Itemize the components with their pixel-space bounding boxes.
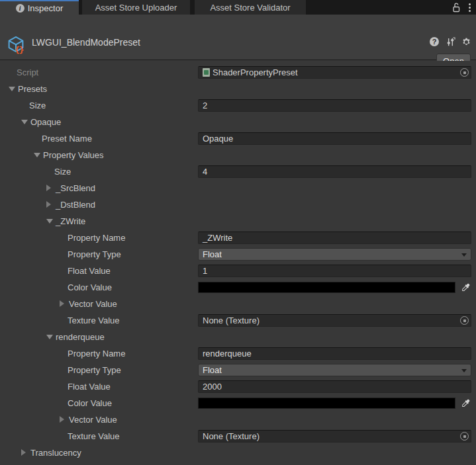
row-vector-value: Vector Value bbox=[0, 296, 476, 312]
foldout-open-icon[interactable] bbox=[9, 87, 15, 91]
object-picker-icon[interactable] bbox=[460, 432, 469, 441]
row-dstblend: _DstBlend bbox=[0, 196, 476, 213]
object-picker-icon[interactable] bbox=[460, 316, 469, 325]
tab-bar: iInspectorAsset Store UploaderAsset Stor… bbox=[0, 0, 476, 15]
field-zone: Float bbox=[198, 364, 471, 376]
foldout-presets[interactable]: Presets bbox=[18, 81, 47, 97]
row-translucency: Translucency bbox=[0, 444, 476, 461]
dropdown-property-type[interactable]: Float bbox=[198, 364, 471, 376]
foldout-opaque[interactable]: Opaque bbox=[30, 114, 61, 130]
color-swatch[interactable] bbox=[198, 282, 455, 293]
chevron-down-icon bbox=[461, 369, 467, 372]
color-swatch[interactable] bbox=[198, 398, 455, 409]
field-zone bbox=[198, 397, 471, 409]
presets-icon[interactable] bbox=[445, 36, 455, 47]
foldout-closed-icon[interactable] bbox=[21, 449, 26, 456]
tab-inspector[interactable]: iInspector bbox=[0, 0, 79, 15]
label-property-name: Property Name bbox=[68, 345, 125, 362]
label-float-value: Float Value bbox=[68, 263, 111, 279]
object-field-script[interactable]: ShaderPropertyPreset bbox=[198, 66, 471, 79]
eyedropper-icon[interactable] bbox=[459, 282, 471, 293]
row-size: Size2 bbox=[0, 97, 476, 114]
field-zone bbox=[198, 281, 471, 294]
label-property-type: Property Type bbox=[68, 246, 121, 263]
row-srcblend: _SrcBlend bbox=[0, 180, 476, 196]
object-field-value: ShaderPropertyPreset bbox=[203, 67, 298, 78]
row-presets: Presets bbox=[0, 81, 476, 97]
object-field-texture-value[interactable]: None (Texture) bbox=[198, 314, 471, 327]
header-toolbar: ? bbox=[429, 36, 471, 47]
dropdown-property-type[interactable]: Float bbox=[198, 248, 471, 261]
eyedropper-icon[interactable] bbox=[459, 398, 471, 409]
input-property-name[interactable]: _ZWrite bbox=[198, 232, 471, 244]
label-script: Script bbox=[17, 64, 38, 81]
input-property-name[interactable]: renderqueue bbox=[198, 347, 471, 360]
chevron-down-icon bbox=[461, 253, 467, 257]
field-zone: 1 bbox=[198, 265, 471, 277]
braces-glyph: {} bbox=[15, 45, 24, 55]
tab-label: Asset Store Validator bbox=[210, 3, 290, 13]
input-size[interactable]: 4 bbox=[198, 165, 471, 178]
tab-bar-controls bbox=[452, 0, 472, 15]
foldout-open-icon[interactable] bbox=[34, 153, 40, 157]
settings-gear-icon[interactable] bbox=[461, 36, 471, 47]
input-float-value[interactable]: 1 bbox=[198, 265, 471, 277]
object-field-value: None (Texture) bbox=[203, 431, 260, 442]
row-texture-value: Texture ValueNone (Texture) bbox=[0, 312, 476, 329]
foldout-closed-icon[interactable] bbox=[46, 185, 51, 191]
row-script: ScriptShaderPropertyPreset bbox=[0, 64, 476, 81]
field-zone: Opaque bbox=[198, 132, 471, 145]
tab-asset-store-uploader[interactable]: Asset Store Uploader bbox=[82, 0, 190, 15]
object-picker-icon[interactable] bbox=[460, 68, 469, 77]
tab-asset-store-validator[interactable]: Asset Store Validator bbox=[195, 0, 306, 15]
field-zone: Float bbox=[198, 248, 471, 261]
foldout-vector-value[interactable]: Vector Value bbox=[69, 296, 117, 312]
row-color-value: Color Value bbox=[0, 395, 476, 411]
label-property-type: Property Type bbox=[68, 362, 121, 378]
tab-label: Inspector bbox=[28, 3, 63, 13]
row-zwrite: _ZWrite bbox=[0, 213, 476, 230]
foldout-srcblend[interactable]: _SrcBlend bbox=[56, 180, 95, 196]
field-zone: 4 bbox=[198, 165, 471, 178]
input-size[interactable]: 2 bbox=[198, 99, 471, 112]
kebab-menu-icon[interactable] bbox=[467, 2, 472, 13]
unlock-icon[interactable] bbox=[452, 3, 461, 13]
scriptable-object-cube-icon: {} bbox=[6, 35, 27, 56]
row-renderqueue: renderqueue bbox=[0, 329, 476, 345]
input-preset-name[interactable]: Opaque bbox=[198, 132, 471, 145]
row-property-type: Property TypeFloat bbox=[0, 246, 476, 263]
object-field-texture-value[interactable]: None (Texture) bbox=[198, 430, 471, 443]
help-icon[interactable]: ? bbox=[429, 36, 440, 47]
row-property-name: Property Name_ZWrite bbox=[0, 230, 476, 246]
input-float-value[interactable]: 2000 bbox=[198, 380, 471, 393]
foldout-closed-icon[interactable] bbox=[60, 416, 64, 423]
inspector-body: ScriptShaderPropertyPresetPresetsSize2Op… bbox=[0, 61, 476, 465]
field-zone: _ZWrite bbox=[198, 232, 471, 244]
foldout-property-values[interactable]: Property Values bbox=[43, 147, 104, 163]
foldout-dstblend[interactable]: _DstBlend bbox=[56, 196, 95, 213]
field-zone: 2000 bbox=[198, 380, 471, 393]
foldout-closed-icon[interactable] bbox=[60, 300, 64, 307]
row-float-value: Float Value1 bbox=[0, 263, 476, 279]
row-texture-value: Texture ValueNone (Texture) bbox=[0, 428, 476, 444]
row-vector-value: Vector Value bbox=[0, 411, 476, 428]
label-preset-name: Preset Name bbox=[42, 130, 92, 147]
foldout-renderqueue[interactable]: renderqueue bbox=[56, 329, 105, 345]
foldout-vector-value[interactable]: Vector Value bbox=[69, 411, 117, 428]
foldout-zwrite[interactable]: _ZWrite bbox=[56, 213, 85, 230]
label-color-value: Color Value bbox=[68, 279, 112, 296]
foldout-closed-icon[interactable] bbox=[46, 201, 51, 208]
row-property-values: Property Values bbox=[0, 147, 476, 163]
field-zone: None (Texture) bbox=[198, 430, 471, 443]
label-color-value: Color Value bbox=[68, 395, 112, 411]
foldout-translucency[interactable]: Translucency bbox=[30, 444, 81, 461]
foldout-open-icon[interactable] bbox=[21, 120, 28, 124]
row-opaque: Opaque bbox=[0, 114, 476, 130]
field-zone: ShaderPropertyPreset bbox=[198, 66, 471, 79]
foldout-open-icon[interactable] bbox=[46, 335, 53, 339]
label-texture-value: Texture Value bbox=[68, 428, 120, 444]
field-zone: renderqueue bbox=[198, 347, 471, 360]
asset-title: LWGUI_BlendModePreset bbox=[32, 37, 140, 48]
info-icon: i bbox=[16, 4, 24, 13]
foldout-open-icon[interactable] bbox=[46, 219, 53, 224]
